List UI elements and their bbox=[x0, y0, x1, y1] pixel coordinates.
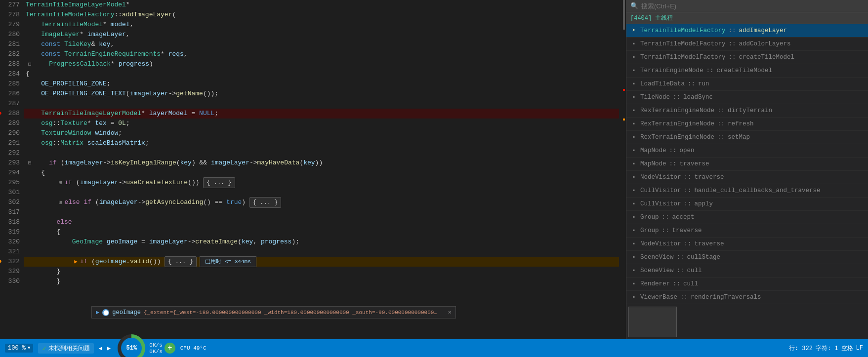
breakpoint-marker bbox=[623, 89, 625, 91]
fold-icon-302[interactable]: ⊞ bbox=[56, 198, 64, 206]
stack-item-20[interactable]: ▪ Renderer::cull bbox=[626, 278, 868, 291]
code-line-282: const TerrainEngineRequirements* reqs, bbox=[24, 49, 619, 59]
line-num-290: 290 bbox=[4, 128, 20, 138]
stack-item-2[interactable]: ▪ TerrainTileModelFactory::addColorLayer… bbox=[626, 38, 868, 51]
stack-item-3[interactable]: ▪ TerrainTileModelFactory::createTileMod… bbox=[626, 51, 868, 64]
stack-fn-5: run bbox=[698, 79, 709, 89]
zoom-level: 100 % bbox=[8, 345, 26, 352]
code-line-292 bbox=[24, 148, 619, 158]
line-num-301: 301 bbox=[4, 188, 20, 198]
stack-item-19[interactable]: ▪ SceneView::cull bbox=[626, 264, 868, 278]
line-num-289: 289 bbox=[4, 119, 20, 128]
frame-icon-18: ▪ bbox=[630, 254, 637, 261]
frame-icon-20: ▪ bbox=[630, 280, 637, 287]
code-line-330: } bbox=[24, 277, 619, 286]
line-num-277: 277 bbox=[4, 0, 20, 10]
frame-icon-6: ▪ bbox=[630, 94, 637, 101]
cpu-inner: 51% bbox=[121, 338, 142, 357]
frame-icon-15: ▪ bbox=[630, 214, 637, 221]
zoom-control[interactable]: 100 % ▼ bbox=[5, 344, 33, 353]
code-scrollbar[interactable] bbox=[619, 0, 626, 339]
stack-fn-12: traverse bbox=[695, 172, 724, 182]
stack-item-11[interactable]: ▪ MapNode::traverse bbox=[626, 158, 868, 171]
code-scroll[interactable]: 277 278 279 280 281 282 283 284 285 286 … bbox=[0, 0, 626, 339]
stack-class-12: NodeVisitor bbox=[640, 172, 681, 182]
stack-class-19: SceneView bbox=[640, 266, 674, 276]
tooltip-popup: ▶ ⬤ geoImage {_extent={_west=-180.000000… bbox=[91, 306, 456, 318]
stack-item-14[interactable]: ▪ CullVisitor::apply bbox=[626, 198, 868, 211]
stack-class-4: TerrainEngineNode bbox=[640, 66, 703, 76]
line-num-293: 293 bbox=[4, 158, 20, 168]
stack-item-21[interactable]: ▪ ViewerBase::renderingTraversals bbox=[626, 291, 868, 304]
stack-item-7[interactable]: ▪ RexTerrainEngineNode::dirtyTerrain bbox=[626, 104, 868, 118]
stack-item-8[interactable]: ▪ RexTerrainEngineNode::refresh bbox=[626, 118, 868, 131]
stack-class-18: SceneView bbox=[640, 252, 674, 262]
stack-fn-18: cullStage bbox=[687, 252, 721, 262]
stack-item-10[interactable]: ▪ MapNode::open bbox=[626, 144, 868, 158]
stack-class-8: RexTerrainEngineNode bbox=[640, 119, 714, 129]
stack-item-13[interactable]: ▪ CullVisitor::handle_cull_callbacks_and… bbox=[626, 184, 868, 198]
line-num-281: 281 bbox=[4, 40, 20, 49]
stack-item-6[interactable]: ▪ TileNode::loadSync bbox=[626, 91, 868, 104]
tooltip-expand-arrow[interactable]: ▶ bbox=[96, 309, 99, 316]
stack-item-17[interactable]: ▪ NodeVisitor::traverse bbox=[626, 238, 868, 251]
stack-class-21: ViewerBase bbox=[640, 292, 677, 302]
stack-class-7: RexTerrainEngineNode bbox=[640, 106, 714, 116]
add-button[interactable]: + bbox=[165, 343, 175, 354]
stack-fn-9: setMap bbox=[728, 132, 750, 142]
frame-icon-4: ▪ bbox=[630, 67, 637, 74]
code-line-286: OE_PROFILING_ZONE_TEXT(imageLayer->getNa… bbox=[24, 89, 619, 99]
fold-icon-322[interactable]: ▶ bbox=[72, 258, 80, 266]
cpu-info: 0K/s 0K/s bbox=[149, 342, 162, 355]
line-num-291: 291 bbox=[4, 138, 20, 148]
line-num-283: 283 bbox=[4, 59, 20, 69]
line-numbers: 277 278 279 280 281 282 283 284 285 286 … bbox=[0, 0, 24, 339]
search-input[interactable] bbox=[641, 2, 864, 10]
frame-icon-13: ▪ bbox=[630, 187, 637, 194]
stack-item-12[interactable]: ▪ NodeVisitor::traverse bbox=[626, 171, 868, 184]
net-up: 0K/s bbox=[149, 349, 162, 355]
fold-icon-283[interactable]: ⊟ bbox=[26, 60, 34, 68]
stack-item-4[interactable]: ▪ TerrainEngineNode::createTileModel bbox=[626, 64, 868, 78]
line-num-329: 329 bbox=[4, 267, 20, 277]
code-line-284: { bbox=[24, 69, 619, 79]
line-num-322: ●322 bbox=[4, 257, 20, 267]
line-num-318: 318 bbox=[4, 217, 20, 227]
fold-icon-293[interactable]: ⊟ bbox=[26, 159, 34, 167]
stack-class-10: MapNode bbox=[640, 146, 666, 156]
nav-left-icon[interactable]: ◀ bbox=[99, 345, 102, 352]
frame-icon-16: ▪ bbox=[630, 227, 637, 234]
stack-class-14: CullVisitor bbox=[640, 199, 681, 209]
line-num-317: 317 bbox=[4, 207, 20, 217]
stack-fn-13: handle_cull_callbacks_and_traverse bbox=[695, 186, 821, 196]
stack-item-22[interactable]: ▪ ViewerBase::frame bbox=[626, 304, 868, 305]
frame-icon-3: ▪ bbox=[630, 54, 637, 61]
frame-icon-19: ▪ bbox=[630, 267, 637, 274]
code-line-288: TerrainTileImageLayerModel* layerModel =… bbox=[24, 109, 619, 119]
call-stack-panel: 🔍 [4404] 主线程 ➤ TerrainTileModelFactory::… bbox=[626, 0, 868, 339]
line-num-294: 294 bbox=[4, 168, 20, 178]
stack-item-1[interactable]: ➤ TerrainTileModelFactory::addImageLayer bbox=[626, 24, 868, 38]
col-indicator: 字符: 1 bbox=[816, 344, 838, 353]
tooltip-close-btn[interactable]: ✕ bbox=[448, 309, 452, 316]
scrollbar-thumb[interactable] bbox=[623, 0, 625, 30]
line-num-292: 292 bbox=[4, 148, 20, 158]
call-stack-list[interactable]: ➤ TerrainTileModelFactory::addImageLayer… bbox=[626, 24, 868, 305]
stack-item-16[interactable]: ▪ Group::traverse bbox=[626, 224, 868, 238]
line-num-330: 330 bbox=[4, 277, 20, 286]
frame-icon-17: ▪ bbox=[630, 240, 637, 247]
nav-right-icon[interactable]: ▶ bbox=[107, 345, 111, 352]
search-icon: 🔍 bbox=[630, 2, 638, 10]
stack-class-3: TerrainTileModelFactory bbox=[640, 52, 726, 62]
status-right: 行: 322 字符: 1 空格 LF bbox=[789, 344, 863, 353]
stack-item-15[interactable]: ▪ Group::accept bbox=[626, 211, 868, 224]
code-line-293: ⊟ if (imageLayer->isKeyInLegalRange(key)… bbox=[24, 158, 619, 168]
stack-item-5[interactable]: ▪ LoadTileData::run bbox=[626, 78, 868, 91]
code-line-280: ImageLayer* imageLayer, bbox=[24, 30, 619, 40]
code-line-291: osg::Matrix scaleBiasMatrix; bbox=[24, 138, 619, 148]
status-ok-indicator[interactable]: ✓ 未找到相关问题 bbox=[38, 343, 93, 354]
zoom-dropdown-icon: ▼ bbox=[28, 346, 30, 351]
stack-item-9[interactable]: ▪ RexTerrainEngineNode::setMap bbox=[626, 131, 868, 144]
fold-icon-295[interactable]: ⊞ bbox=[56, 179, 64, 187]
stack-item-18[interactable]: ▪ SceneView::cullStage bbox=[626, 251, 868, 264]
